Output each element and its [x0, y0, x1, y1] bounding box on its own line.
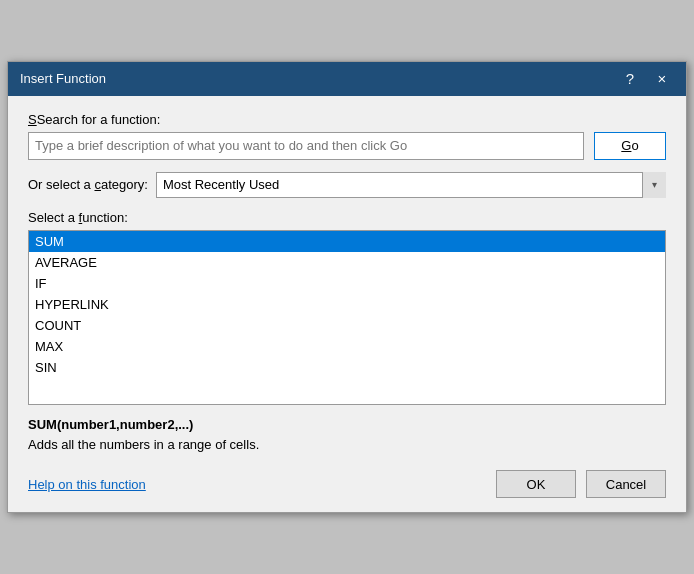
list-item[interactable]: SUM	[29, 231, 665, 252]
category-label: Or select a category:	[28, 177, 148, 192]
insert-function-dialog: Insert Function ? × SSearch for a functi…	[7, 61, 687, 513]
go-button[interactable]: Go	[594, 132, 666, 160]
help-link[interactable]: Help on this function	[28, 477, 146, 492]
title-bar-controls: ? ×	[618, 67, 674, 91]
search-row: Go	[28, 132, 666, 160]
dialog-body: SSearch for a function: Go Or select a c…	[8, 96, 686, 512]
function-signature: SUM(number1,number2,...)	[28, 417, 666, 432]
close-icon-button[interactable]: ×	[650, 67, 674, 91]
search-input[interactable]	[28, 132, 584, 160]
search-label: SSearch for a function:	[28, 112, 666, 127]
function-list: SUM AVERAGE IF HYPERLINK COUNT MAX SIN	[29, 231, 665, 378]
list-item[interactable]: COUNT	[29, 315, 665, 336]
title-bar: Insert Function ? ×	[8, 62, 686, 96]
list-item[interactable]: MAX	[29, 336, 665, 357]
function-list-container[interactable]: SUM AVERAGE IF HYPERLINK COUNT MAX SIN	[28, 230, 666, 405]
list-item[interactable]: SIN	[29, 357, 665, 378]
category-row: Or select a category: Most Recently Used…	[28, 172, 666, 198]
function-list-label: Select a function:	[28, 210, 666, 225]
dialog-title: Insert Function	[20, 71, 106, 86]
list-item[interactable]: HYPERLINK	[29, 294, 665, 315]
help-icon-button[interactable]: ?	[618, 67, 642, 91]
list-item[interactable]: AVERAGE	[29, 252, 665, 273]
category-select-wrapper: Most Recently Used All Financial Date & …	[156, 172, 666, 198]
function-description: Adds all the numbers in a range of cells…	[28, 436, 666, 454]
list-item[interactable]: IF	[29, 273, 665, 294]
ok-button[interactable]: OK	[496, 470, 576, 498]
cancel-button[interactable]: Cancel	[586, 470, 666, 498]
title-bar-title-group: Insert Function	[20, 71, 106, 86]
bottom-row: Help on this function OK Cancel	[28, 470, 666, 498]
action-buttons: OK Cancel	[496, 470, 666, 498]
category-select[interactable]: Most Recently Used All Financial Date & …	[156, 172, 666, 198]
